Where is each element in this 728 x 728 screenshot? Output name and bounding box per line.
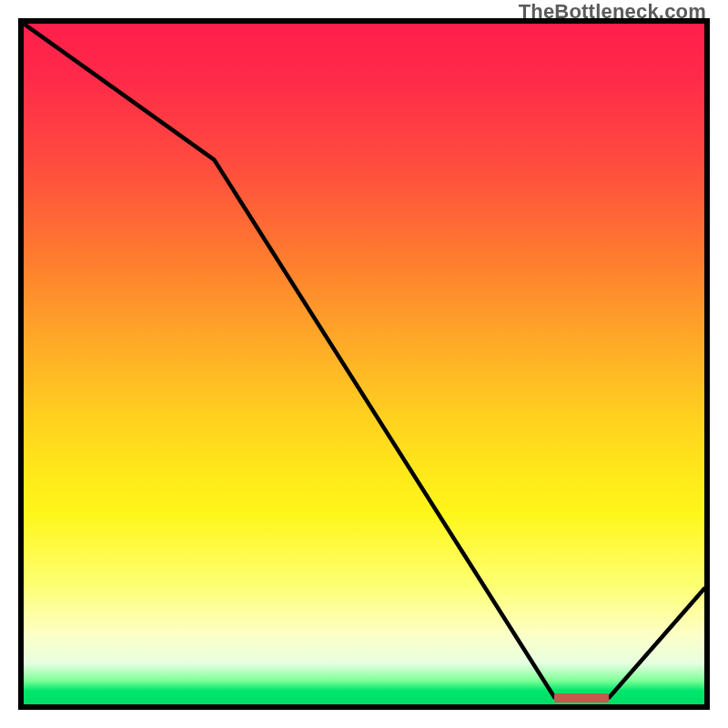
watermark-text: TheBottleneck.com: [519, 0, 706, 24]
optimal-range-marker: [554, 693, 609, 703]
bottleneck-curve: [24, 24, 704, 704]
plot-area: [18, 18, 710, 710]
